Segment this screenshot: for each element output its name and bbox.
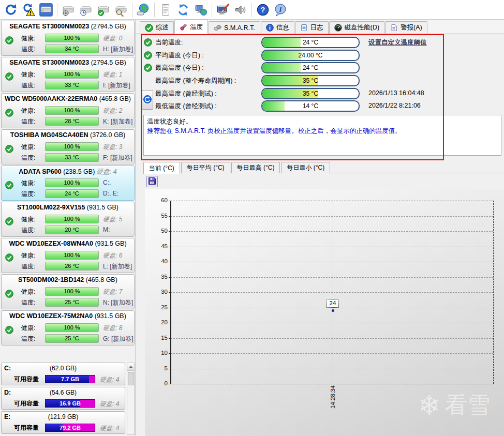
tab-performance[interactable]: 磁盘性能(D) — [329, 21, 384, 34]
tab-temperature[interactable]: 温度 — [174, 20, 208, 34]
chart-tab[interactable]: 每日最小 (°C) — [281, 162, 330, 173]
disk-card[interactable]: TOSHIBA MG04SCA40EN (3726.0 GB)健康:100 %硬… — [1, 129, 135, 164]
tab-log[interactable]: 日志 — [295, 21, 329, 34]
temperature-row-label: 最高温度 (曾经测试) : — [155, 89, 217, 98]
temperature-right-text: I: [新加卷] — [103, 81, 130, 90]
disk-title: WDC WD10EZEX-08WN4A0 (931.5 GB) — [2, 240, 134, 247]
alert-page-icon — [390, 24, 398, 32]
chart-tab[interactable]: 当前 (°C) — [143, 162, 180, 174]
health-bar: 100 % — [45, 215, 99, 223]
capacity-bar: 7.7 GB — [45, 375, 95, 383]
partition-scrollbar[interactable] — [127, 363, 135, 435]
sound-button[interactable] — [232, 2, 249, 18]
sync-button[interactable] — [174, 2, 192, 18]
scroll-up-arrow-icon[interactable] — [127, 363, 134, 371]
watermark: ❄ 看雪 — [418, 390, 491, 420]
disk-title: TOSHIBA MG04SCA40EN (3726.0 GB) — [2, 131, 134, 139]
disk-list-sidebar: SEAGATE ST3000NM0023 (2794.5 GB)健康:100 %… — [0, 20, 136, 436]
health-bar: 100 % — [45, 251, 99, 260]
disk-list: SEAGATE ST3000NM0023 (2794.5 GB)健康:100 %… — [0, 21, 136, 345]
tab-label: 警报(A) — [401, 23, 422, 32]
temperature-value: 24.00 °C — [262, 51, 359, 60]
configure-button[interactable] — [214, 2, 232, 18]
temperature-right-text: F: [新加卷] — [103, 154, 132, 162]
partition-size: (54.6 GB) — [2, 389, 125, 396]
partition-card[interactable]: C:(62.0 GB)可用容量7.7 GB硬盘: 4 — [1, 363, 125, 385]
temperature-row-label: 当前温度: — [155, 38, 183, 47]
disk-clock-button[interactable] — [77, 2, 95, 18]
temperature-bar: 25 °C — [45, 334, 99, 343]
disk-card[interactable]: ST1000LM022-9XV155 (931.5 GB)健康:100 %硬盘:… — [1, 202, 135, 237]
disk-title: SEAGATE ST3000NM0023 (2794.5 GB) — [2, 59, 134, 66]
disk-card[interactable]: ST500DM002-1BD142 (465.8 GB)健康:100 %硬盘: … — [1, 274, 135, 309]
disk-card[interactable]: SEAGATE ST3000NM0023 (2794.5 GB)健康:100 %… — [1, 57, 135, 92]
globe-disk-button[interactable] — [135, 2, 152, 18]
capacity-bar: 16.9 GB — [45, 399, 95, 408]
check-circle-icon — [144, 38, 152, 47]
disk-card[interactable]: WDC WD10EZEX-75M2NA0 (931.5 GB)健康:100 %硬… — [1, 310, 135, 345]
disk-title: WDC WD5000AAKX-22ERMA0 (465.8 GB) — [2, 95, 134, 102]
plot-right-border — [493, 201, 494, 384]
partition-card[interactable]: E:(121.9 GB)可用容量79.2 GB硬盘: 4 — [1, 411, 125, 434]
refresh-button[interactable] — [2, 2, 20, 18]
temperature-row-label: 最高温度 (今日) : — [155, 64, 204, 72]
disk-card[interactable]: WDC WD5000AAKX-22ERMA0 (465.8 GB)健康:100 … — [1, 93, 135, 128]
tab-overview[interactable]: 综述 — [140, 21, 174, 34]
y-tick-label: 10 — [154, 350, 168, 356]
gridline — [171, 369, 493, 369]
temperature-bar: 24.00 °C — [261, 50, 360, 61]
network-button[interactable] — [192, 2, 210, 18]
restore-defaults-button[interactable] — [142, 90, 153, 110]
status-text: 温度状态良好。 — [147, 117, 498, 126]
save-chart-button[interactable] — [146, 176, 158, 187]
health-bar: 100 % — [45, 70, 99, 79]
chart-tab[interactable]: 每日最高 (°C) — [231, 162, 280, 173]
configure-icon — [216, 3, 230, 17]
health-label: 健康: — [21, 34, 35, 43]
tab-smart[interactable]: S.M.A.R.T. — [209, 21, 260, 34]
temperature-label: 温度: — [21, 45, 35, 54]
disk-card[interactable]: SEAGATE ST3000NM0023 (2794.5 GB)健康:100 %… — [1, 21, 135, 56]
info-button[interactable]: i — [272, 2, 289, 18]
check-circle-icon — [5, 109, 13, 117]
health-right-text: 硬盘: 7 — [103, 288, 122, 296]
tab-label: S.M.A.R.T. — [224, 24, 255, 32]
gridline — [171, 247, 493, 247]
disk-card[interactable]: WDC WD10EZEX-08WN4A0 (931.5 GB)健康:100 %硬… — [1, 238, 135, 273]
alert-refresh-button[interactable] — [20, 2, 37, 18]
tab-label: 温度 — [190, 23, 203, 32]
set-custom-threshold-link[interactable]: 设置自定义温度阈值 — [368, 38, 427, 47]
toolbar-separator — [132, 3, 132, 17]
disk-select-icon — [39, 3, 53, 17]
temperature-bar: 28 °C — [45, 117, 99, 126]
smart-icon — [214, 24, 221, 32]
disk-card[interactable]: ADATA SP600 (238.5 GB) 硬盘: 4健康:100 %C:,温… — [1, 166, 135, 201]
temperature-value: 35 °C — [262, 76, 359, 85]
disk-select-button[interactable] — [37, 2, 55, 18]
disk-search-button[interactable] — [112, 2, 130, 18]
disk-gear-button[interactable] — [60, 2, 77, 18]
disk-number: 硬盘: 4 — [100, 375, 119, 384]
tab-alerts[interactable]: 警报(A) — [385, 21, 427, 34]
recommendation-text: 推荐您在 S.M.A.R.T. 页校正温度并设置温度偏移量。校正之后，会显示的正… — [147, 126, 498, 136]
alert-refresh-icon — [22, 3, 35, 17]
temperature-bar: 35 °C — [261, 75, 360, 86]
health-right-text: C:, — [103, 179, 111, 186]
help-button[interactable]: ? — [254, 2, 272, 18]
temperature-label: 温度: — [21, 154, 35, 162]
globe-disk-icon — [137, 3, 150, 17]
report-button[interactable] — [157, 2, 174, 18]
temperature-row-label: 最高温度 (整个寿命周期间) : — [155, 77, 236, 85]
tab-info[interactable]: 信息 — [261, 21, 294, 34]
check-circle-icon — [144, 51, 152, 59]
check-circle-icon — [5, 253, 13, 262]
health-right-text: 硬盘: 6 — [103, 251, 122, 260]
disk-check-button[interactable] — [95, 2, 112, 18]
chart-tab[interactable]: 每日平均 (°C) — [181, 162, 230, 173]
free-capacity-value: 7.7 GB — [46, 375, 95, 383]
toolbar-separator — [251, 3, 252, 17]
check-circle-icon — [5, 290, 13, 298]
scrollbar-thumb[interactable] — [128, 372, 134, 385]
y-tick-label: 50 — [154, 228, 168, 234]
partition-card[interactable]: D:(54.6 GB)可用容量16.9 GB硬盘: 4 — [1, 387, 125, 410]
